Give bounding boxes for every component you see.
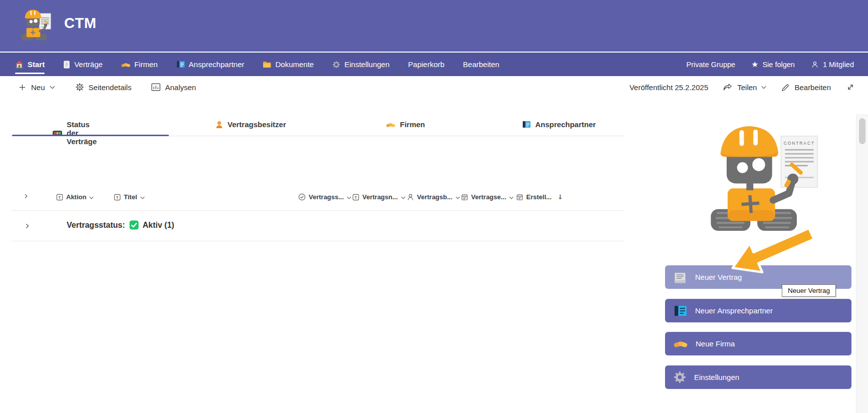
button-label: Neuer Vertrag [695, 273, 742, 281]
nav-item-label: Bearbeiten [463, 60, 500, 69]
command-bar: Neu Seitendetails Analysen Veröffentlich… [0, 76, 868, 98]
expand-icon[interactable] [846, 83, 855, 92]
nav-item-firmen[interactable]: Firmen [121, 53, 158, 76]
chevron-down-icon [140, 193, 145, 201]
date-column-icon [461, 194, 468, 201]
chevron-down-icon [50, 86, 55, 89]
follow-button[interactable]: ★ Sie folgen [751, 60, 795, 69]
chevron-down-icon [761, 86, 766, 89]
nav-item-label: Dokumente [275, 60, 314, 69]
follow-label: Sie folgen [762, 61, 795, 69]
nav-item-einstellungen[interactable]: Einstellungen [332, 53, 389, 76]
page: CTM Start Verträge Firmen [0, 0, 868, 413]
choice-column-icon [298, 193, 306, 201]
column-header-titel[interactable]: T Titel [114, 193, 145, 201]
tab-label: Vertragsbesitzer [228, 120, 286, 129]
chevron-down-icon [401, 193, 405, 201]
text-column-icon: T [56, 194, 63, 201]
share-label: Teilen [737, 83, 757, 92]
person-orange-icon [215, 121, 223, 129]
site-logo-robot-icon[interactable] [18, 5, 54, 47]
group-row-vertragsstatus-aktiv[interactable]: Vertragsstatus: Aktiv (1) [0, 219, 626, 235]
sort-descending-icon: ↓ [558, 193, 563, 201]
nav-item-ansprechpartner[interactable]: Ansprechpartner [176, 53, 245, 76]
document-icon [63, 61, 70, 69]
column-label: Vertragse... [471, 193, 506, 201]
svg-text:T: T [59, 195, 61, 200]
site-title[interactable]: CTM [64, 15, 96, 32]
list-header-divider [11, 210, 625, 211]
share-icon [723, 83, 733, 92]
tab-label: Status der Verträge [67, 120, 97, 146]
scrollbar-thumb[interactable] [859, 118, 865, 144]
chevron-down-icon [456, 193, 460, 201]
nav-item-label: Firmen [134, 60, 158, 69]
column-label: Titel [124, 193, 137, 201]
nav-item-label: Papierkorb [408, 60, 445, 69]
edit-page-label: Bearbeiten [794, 83, 831, 92]
chevron-down-icon [89, 193, 94, 201]
edit-page-button[interactable]: Bearbeiten [781, 83, 831, 92]
nav-item-dokumente[interactable]: Dokumente [263, 53, 314, 76]
column-header-aktion[interactable]: T Aktion [56, 193, 94, 201]
site-header: CTM [0, 0, 868, 52]
newspaper-icon [674, 271, 687, 283]
plus-icon [18, 83, 27, 92]
column-header-vertragsende[interactable]: Vertragse... [461, 193, 514, 201]
group-expand-chevron[interactable] [24, 222, 31, 231]
column-label: Aktion [66, 193, 86, 201]
robot-signing-contract-illustration: CONTRACT [698, 126, 822, 234]
einstellungen-button[interactable]: Einstellungen [665, 365, 851, 389]
chevron-down-icon [509, 193, 514, 201]
nav-item-label: Verträge [74, 60, 103, 69]
person-column-icon [407, 193, 414, 201]
contract-paper-title: CONTRACT [784, 141, 815, 146]
page-details-button[interactable]: Seitendetails [75, 83, 132, 92]
text-column-icon: T [114, 194, 121, 201]
analytics-icon [151, 83, 160, 91]
handshake-icon [386, 121, 395, 129]
nav-item-label: Einstellungen [344, 60, 389, 69]
tab-ansprechpartner[interactable]: Ansprechpartner [522, 120, 596, 129]
privacy-status: Private Gruppe [687, 61, 736, 69]
column-header-vertragsstatus[interactable]: Vertragss... [298, 193, 351, 201]
group-row-divider [11, 241, 625, 241]
tab-vertragsbesitzer[interactable]: Vertragsbesitzer [215, 120, 286, 129]
new-button[interactable]: Neu [18, 83, 55, 92]
tooltip: Neuer Vertrag [782, 284, 836, 297]
analytics-button[interactable]: Analysen [151, 83, 196, 92]
tab-status-der-vertraege[interactable]: Status der Verträge [53, 120, 97, 146]
active-tab-indicator [12, 135, 169, 136]
tab-firmen[interactable]: Firmen [386, 120, 425, 129]
page-scrollbar[interactable] [856, 114, 868, 413]
nav-item-bearbeiten[interactable]: Bearbeiten [463, 53, 500, 76]
nav-item-papierkorb[interactable]: Papierkorb [408, 53, 445, 76]
column-label: Vertragss... [309, 193, 344, 201]
new-label: Neu [31, 83, 45, 92]
share-button[interactable]: Teilen [723, 83, 766, 92]
column-label: Vertragsb... [417, 193, 453, 201]
column-header-vertragsnummer[interactable]: T Vertragsn... [352, 193, 405, 201]
nav-item-start[interactable]: Start [15, 53, 45, 76]
group-label: Vertragsstatus: [67, 221, 125, 230]
neuer-ansprechpartner-button[interactable]: Neuer Ansprechpartner [665, 299, 851, 322]
gear-icon [674, 371, 686, 383]
column-header-vertragsbesitzer[interactable]: Vertragsb... [407, 193, 460, 201]
contact-card-icon [674, 305, 687, 317]
members-button[interactable]: 1 Mitglied [811, 61, 854, 69]
expand-all-chevron[interactable] [23, 193, 29, 199]
column-header-erstellt[interactable]: Erstell... ↓ [516, 193, 563, 201]
button-label: Neuer Ansprechpartner [695, 306, 773, 315]
text-column-icon: T [352, 194, 359, 201]
members-label: 1 Mitglied [823, 61, 854, 69]
house-icon [15, 61, 24, 69]
folder-icon [263, 61, 271, 68]
gear-icon [332, 61, 340, 69]
star-icon: ★ [751, 60, 758, 69]
site-nav: Start Verträge Firmen Ansprechpartner [0, 52, 868, 76]
pencil-icon [781, 83, 790, 92]
neue-firma-button[interactable]: Neue Firma [665, 332, 851, 355]
tab-label: Firmen [400, 120, 425, 129]
nav-item-vertraege[interactable]: Verträge [63, 53, 103, 76]
command-bar-right: Veröffentlicht 25.2.2025 Teilen Bearbeit… [629, 83, 868, 92]
